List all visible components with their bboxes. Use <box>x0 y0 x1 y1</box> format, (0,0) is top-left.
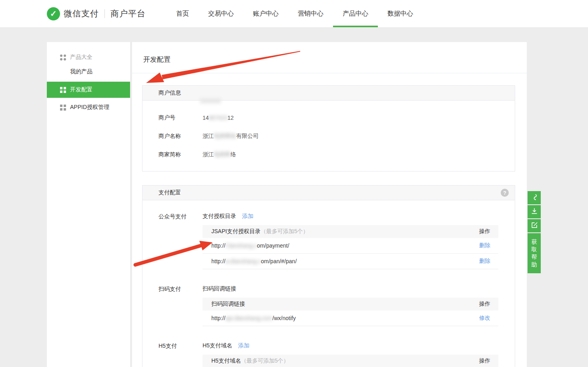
feedback-button[interactable] <box>528 219 541 232</box>
download-button[interactable] <box>528 205 541 218</box>
panel-title: 商户信息 <box>159 89 181 97</box>
nav-marketing-center[interactable]: 营销中心 <box>298 0 323 27</box>
merchant-name-value: 浙江电商网络有限公司 <box>203 133 259 140</box>
get-help-button[interactable]: 获取帮助 <box>528 233 541 273</box>
redacted-text: f.lianshang.c <box>225 242 257 249</box>
main-content: 开发配置 商户信息 商户号 1485702312 商户名称 浙江电商网络有限公司… <box>132 42 527 367</box>
h5-pay-section: H5支付 H5支付域名 添加 H5支付域名（最多可添加5个） 操作 <box>142 341 515 367</box>
table-title: JSAPI支付授权目录（最多可添加5个） <box>211 228 309 235</box>
merchant-shortname-row: 商家简称 浙江电商网络 <box>142 145 515 164</box>
table-note: （最多可添加5个） <box>241 357 289 364</box>
merchant-info-panel: 商户信息 商户号 1485702312 商户名称 浙江电商网络有限公司 商家简称… <box>142 85 515 171</box>
jsapi-auth-dir-table: JSAPI支付授权目录（最多可添加5个） 操作 http://f.liansha… <box>203 225 498 269</box>
main-nav: 首页 交易中心 账户中心 营销中心 产品中心 数据中心 <box>176 0 413 27</box>
delete-link[interactable]: 删除 <box>479 242 490 249</box>
sidebar-item-my-products[interactable]: 我的产品 <box>47 65 130 79</box>
qrcode-pay-section: 扫码支付 扫码回调链接 扫码回调链接 操作 http://api.diansha… <box>142 284 515 326</box>
qrcode-callback-table: 扫码回调链接 操作 http://api.dianshang.com/wx/no… <box>203 298 498 326</box>
merchant-id-value: 1485702312 <box>203 115 234 121</box>
section-label: H5支付 <box>159 341 203 367</box>
redacted-text: 电商网络 <box>214 133 236 139</box>
table-row: http://f.lianshang.com/payment/ 删除 <box>203 238 498 254</box>
page-title: 开发配置 <box>132 42 527 73</box>
url-value: http://api.dianshang.com/wx/notify <box>211 315 296 321</box>
table-header: 扫码回调链接 操作 <box>203 298 498 311</box>
top-bar: ✓ 微信支付 商户平台 首页 交易中心 账户中心 营销中心 产品中心 数据中心 <box>0 0 588 27</box>
sidebar-item-dev-config[interactable]: 开发配置 <box>47 82 130 98</box>
merchant-name-row: 商户名称 浙江电商网络有限公司 <box>142 127 515 145</box>
section-label: 扫码支付 <box>159 284 203 326</box>
sidebar-item-label: 产品大全 <box>70 54 92 61</box>
brand-platform: 商户平台 <box>110 8 146 19</box>
redacted-text: w.dianshang.c <box>225 258 261 264</box>
grid-icon <box>60 105 66 111</box>
merchant-id-row: 商户号 1485702312 <box>142 109 515 127</box>
modify-link[interactable]: 修改 <box>479 315 490 322</box>
nav-home[interactable]: 首页 <box>176 0 189 27</box>
miniprogram-link-icon <box>530 193 538 203</box>
download-icon <box>530 207 538 217</box>
brand-divider <box>104 9 105 18</box>
table-title: 扫码回调链接 <box>211 300 245 308</box>
redacted-text: 电商网 <box>214 151 231 157</box>
section-heading: H5支付域名 <box>203 342 232 349</box>
sidebar-item-product-catalog[interactable]: 产品大全 <box>47 50 130 65</box>
field-label: 商户号 <box>159 114 203 121</box>
table-header: JSAPI支付授权目录（最多可添加5个） 操作 <box>203 225 498 238</box>
add-link[interactable]: 添加 <box>238 342 249 349</box>
section-heading: 支付授权目录 <box>203 213 236 220</box>
nav-data-center[interactable]: 数据中心 <box>387 0 413 27</box>
merchant-shortname-value: 浙江电商网络 <box>203 151 236 158</box>
edit-icon <box>530 221 538 231</box>
table-row: http://w.dianshang.com/pan/#/pan/ 删除 <box>203 254 498 269</box>
help-icon[interactable]: ? <box>501 189 509 197</box>
sidebar-item-label: 开发配置 <box>70 86 92 93</box>
redaction-smudge <box>200 99 221 103</box>
op-column-header: 操作 <box>479 357 490 365</box>
merchant-info-header: 商户信息 <box>142 86 515 101</box>
section-label: 公众号支付 <box>159 212 203 269</box>
grid-icon <box>60 54 66 60</box>
redacted-text: api.dianshang.com <box>225 315 273 321</box>
floating-toolbar: 获取帮助 <box>528 191 541 273</box>
miniprogram-link-button[interactable] <box>528 191 541 204</box>
panel-title: 支付配置 <box>159 189 181 196</box>
sidebar-item-label: 我的产品 <box>70 68 92 75</box>
field-label: 商家简称 <box>159 151 203 158</box>
sidebar-item-label: APPID授权管理 <box>70 104 109 111</box>
table-header: H5支付域名（最多可添加5个） 操作 <box>203 355 498 367</box>
jsapi-pay-section: 公众号支付 支付授权目录 添加 JSAPI支付授权目录（最多可添加5个） 操作 <box>142 212 515 269</box>
nav-account-center[interactable]: 账户中心 <box>253 0 279 27</box>
nav-product-center[interactable]: 产品中心 <box>343 0 368 27</box>
op-column-header: 操作 <box>479 228 490 235</box>
payment-config-header: 支付配置 ? <box>142 186 515 200</box>
url-value: http://f.lianshang.com/payment/ <box>211 242 289 249</box>
nav-trade-center[interactable]: 交易中心 <box>208 0 234 27</box>
sidebar: 产品大全 我的产品 开发配置 APPID授权管理 <box>47 42 130 367</box>
h5-domain-table: H5支付域名（最多可添加5个） 操作 dianshang.com 删除 <box>203 355 498 367</box>
wechat-pay-check-icon: ✓ <box>47 7 60 20</box>
url-value: http://w.dianshang.com/pan/#/pan/ <box>211 258 297 264</box>
op-column-header: 操作 <box>479 300 490 308</box>
add-link[interactable]: 添加 <box>242 213 253 220</box>
table-row: http://api.dianshang.com/wx/notify 修改 <box>203 311 498 326</box>
redacted-text: 857023 <box>209 115 228 121</box>
sidebar-item-appid-auth[interactable]: APPID授权管理 <box>47 98 130 117</box>
table-title: H5支付域名（最多可添加5个） <box>211 357 289 365</box>
section-heading: 扫码回调链接 <box>203 285 236 292</box>
wechat-pay-merchant-platform: ✓ 微信支付 商户平台 首页 交易中心 账户中心 营销中心 产品中心 数据中心 … <box>0 0 588 367</box>
grid-icon <box>60 87 66 93</box>
field-label: 商户名称 <box>159 133 203 140</box>
delete-link[interactable]: 删除 <box>479 258 490 265</box>
brand-logo[interactable]: ✓ 微信支付 商户平台 <box>47 0 146 27</box>
get-help-label: 获取帮助 <box>531 238 537 268</box>
brand-name: 微信支付 <box>64 8 99 19</box>
payment-config-panel: 支付配置 ? 公众号支付 支付授权目录 添加 JSAPI支付授权目录（最多可添加 <box>142 185 515 367</box>
table-note: （最多可添加5个） <box>261 228 309 234</box>
